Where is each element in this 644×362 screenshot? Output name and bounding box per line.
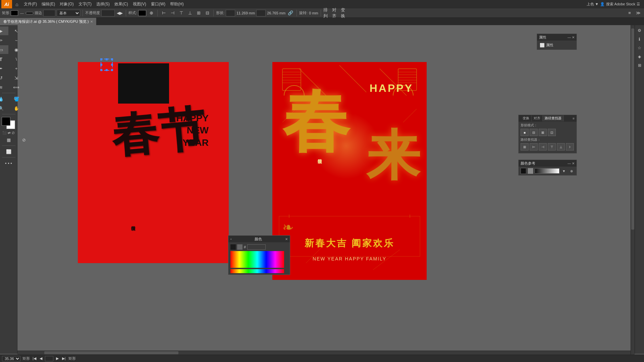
right-panel-btn2[interactable]: ℹ <box>636 35 644 43</box>
workspace-switcher[interactable]: ☰ <box>637 2 640 6</box>
home-icon[interactable]: ⌂ <box>13 0 21 8</box>
pf-tab-transform[interactable]: 变换 <box>521 115 532 121</box>
trim-btn[interactable]: ⊢ <box>530 143 538 150</box>
cr-gradient-bar[interactable] <box>535 168 559 174</box>
pf-tab-align[interactable]: 对齐 <box>532 115 543 121</box>
minus-front-btn[interactable]: ⊟ <box>530 129 538 136</box>
unite-btn[interactable]: ■ <box>521 129 529 136</box>
pen-tool-btn[interactable]: ✒ <box>0 64 8 73</box>
menu-text[interactable]: 文字(T) <box>76 1 94 8</box>
divide-btn[interactable]: ⊞ <box>521 143 529 150</box>
fill-color-btn[interactable]: ■ <box>0 135 1 144</box>
more-tools-btn[interactable]: • • • <box>1 159 16 168</box>
intersect-btn[interactable]: ⊠ <box>539 129 547 136</box>
menu-object[interactable]: 对象(O) <box>58 1 75 8</box>
stroke-weight-input[interactable] <box>43 10 55 16</box>
arrange-btn[interactable]: 排列 <box>323 9 331 17</box>
width-tool-btn[interactable]: ⟺ <box>9 83 24 92</box>
active-tab[interactable]: 春节创意海报设计.ai @ 35.36% ( CMYK/GPU 预览 ) ✕ <box>0 18 97 25</box>
cr-swatch-gray[interactable] <box>528 168 533 174</box>
pencil-tool-btn[interactable]: ✏ <box>0 36 8 45</box>
rotate-tool-btn[interactable]: ↺ <box>0 73 8 82</box>
shape-y-input[interactable] <box>256 10 266 16</box>
cp-hue-slider[interactable] <box>230 269 284 273</box>
opacity-input[interactable]: 100% <box>101 10 115 16</box>
page-next-btn[interactable]: ▶ <box>55 356 59 361</box>
align-bottom-btn[interactable]: ⊟ <box>204 9 211 17</box>
scale-tool-btn[interactable]: ⇲ <box>9 73 24 82</box>
cr-swatch-black[interactable] <box>521 168 526 174</box>
merge-btn[interactable]: ⊣ <box>539 143 547 150</box>
page-prev-btn[interactable]: ◀ <box>39 356 43 361</box>
menu-select[interactable]: 选择(S) <box>94 1 112 8</box>
right-panel-btn3[interactable]: ☆ <box>636 44 644 52</box>
none-fill-btn[interactable]: ⊘ <box>17 135 32 144</box>
handle-tl[interactable] <box>100 58 102 60</box>
pathfinder-menu-btn[interactable]: ≡ <box>573 117 575 120</box>
fill-swatch[interactable] <box>11 10 18 16</box>
hand-tool-btn[interactable]: ✋ <box>9 104 24 113</box>
ellipse-tool-btn[interactable]: ◉ <box>9 45 24 54</box>
zoom-select[interactable]: 35.36% <box>2 356 20 361</box>
page-first-btn[interactable]: |◀ <box>32 356 37 361</box>
align-distribute-btn[interactable]: 对齐 <box>332 9 339 17</box>
page-last-btn[interactable]: ▶| <box>61 356 66 361</box>
menu-window[interactable]: 窗口(W) <box>149 1 167 8</box>
lock-aspect-btn[interactable]: 🔗 <box>287 9 294 17</box>
cr-add-btn[interactable]: ⊕ <box>568 168 575 174</box>
style-new-btn[interactable]: ⊕ <box>148 9 155 17</box>
horizontal-scrollbar[interactable] <box>17 351 631 355</box>
minus-back-btn[interactable]: ⊦ <box>566 143 574 150</box>
outline-btn[interactable]: ⊥ <box>557 143 565 150</box>
menu-help[interactable]: 帮助(H) <box>168 1 186 8</box>
menu-view[interactable]: 视图(V) <box>131 1 148 8</box>
eyedropper-btn[interactable]: 💧 <box>0 95 8 103</box>
rectangle-tool-btn[interactable]: ▭ <box>0 45 8 54</box>
properties-minimize-btn[interactable]: — <box>568 36 571 39</box>
vertical-scrollbar[interactable] <box>631 25 635 355</box>
right-panel-btn1[interactable]: ⚙ <box>636 26 644 35</box>
align-top-btn[interactable]: ⊥ <box>186 9 194 17</box>
color-panel-close-btn[interactable]: ✕ <box>285 237 288 241</box>
crop-btn[interactable]: ⊤ <box>548 143 556 150</box>
direct-selection-tool-btn[interactable]: ↖ <box>9 26 24 35</box>
pf-tab-pathfinder[interactable]: 路径查找器 <box>543 115 564 121</box>
handle-tr[interactable] <box>111 58 113 60</box>
menu-file[interactable]: 文件(F) <box>22 1 39 8</box>
hscroll-thumb[interactable] <box>44 351 178 354</box>
paintbucket-btn[interactable]: 🪣 <box>9 95 24 103</box>
cr-expand-btn[interactable]: ▼ <box>561 168 567 174</box>
tab-close-btn[interactable]: ✕ <box>90 20 93 23</box>
color-ref-minimize-btn[interactable]: — <box>568 162 571 165</box>
right-panel-btn5[interactable]: ⊞ <box>636 61 644 69</box>
color-ref-close-btn[interactable]: ✕ <box>572 162 575 165</box>
menu-edit[interactable]: 编辑(E) <box>40 1 57 8</box>
selection-tool-btn[interactable]: ▶ <box>0 26 8 35</box>
add-anchor-btn[interactable]: + <box>9 64 24 73</box>
swap-colors-icon[interactable]: ⇄ <box>8 131 10 135</box>
right-panel-btn4[interactable]: ◈ <box>636 53 644 61</box>
align-center-v-btn[interactable]: ⊞ <box>195 9 202 17</box>
opacity-arrows[interactable]: ◀▶ <box>117 11 123 15</box>
align-right-btn[interactable]: ⊤ <box>177 9 185 17</box>
line-tool-btn[interactable]: \ <box>9 55 24 63</box>
cp-hex-input[interactable]: 231B15 <box>247 244 266 250</box>
arrange-right[interactable]: ≡ <box>626 9 633 17</box>
align-center-h-btn[interactable]: ⊣ <box>169 9 176 17</box>
shape-x-input[interactable] <box>226 10 235 16</box>
stroke-style-select[interactable]: 基本 <box>57 10 80 16</box>
text-tool-btn[interactable]: T <box>0 55 8 63</box>
cp-pin-btn[interactable]: • <box>230 237 232 241</box>
warp-tool-btn[interactable]: ≋ <box>0 83 8 92</box>
align-left-btn[interactable]: ⊢ <box>160 9 167 17</box>
artboard-btn[interactable]: ⬜ <box>1 147 16 156</box>
more-tools[interactable]: ≫ <box>635 9 642 17</box>
exclude-btn[interactable]: ⊡ <box>548 129 556 136</box>
none-icon[interactable]: ∅ <box>12 131 15 135</box>
page-num-input[interactable]: 1 <box>45 356 53 361</box>
handle-tc[interactable] <box>106 58 108 60</box>
foreground-color-swatch[interactable] <box>2 117 10 126</box>
default-colors-icon[interactable]: ⬛ <box>2 131 6 135</box>
transform-btn[interactable]: 变换 <box>341 9 348 17</box>
properties-close-btn[interactable]: ✕ <box>572 36 575 39</box>
